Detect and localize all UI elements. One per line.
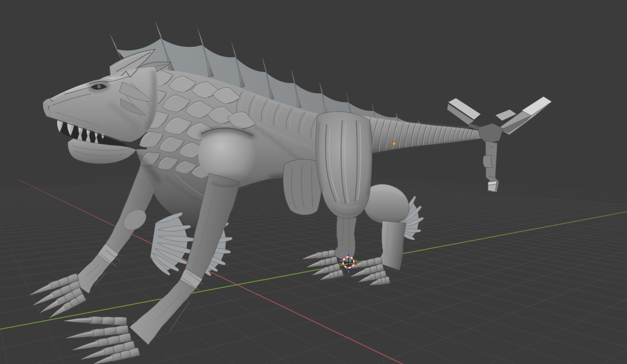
viewport-3d[interactable] <box>0 0 627 364</box>
viewport-canvas[interactable] <box>0 0 627 364</box>
pupil <box>99 86 100 88</box>
tail-prong-knuckle <box>483 156 493 168</box>
origin-dot <box>393 142 396 145</box>
